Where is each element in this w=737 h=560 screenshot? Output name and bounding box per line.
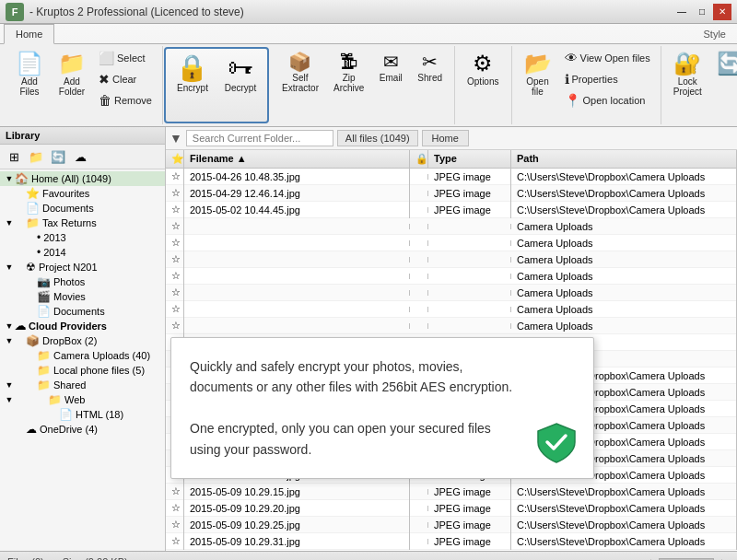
clear-button[interactable]: ✖ Clear: [94, 69, 157, 89]
file-star[interactable]: ☆: [166, 217, 184, 235]
file-star[interactable]: ☆: [166, 284, 184, 301]
table-row[interactable]: ☆ 2015-05-02 10.44.45.jpg JPEG image C:\…: [166, 202, 737, 218]
table-row[interactable]: ☆ 2015-05-09 10.29.31.jpg JPEG image C:\…: [166, 533, 737, 550]
sidebar-btn-refresh[interactable]: 🔄: [48, 147, 68, 166]
file-star[interactable]: ☆: [166, 483, 184, 500]
tree-item-html[interactable]: 📄 HTML (18): [0, 407, 165, 422]
email-button[interactable]: ✉ Email: [372, 48, 409, 88]
tab-home[interactable]: Home: [4, 24, 54, 44]
file-star[interactable]: ☆: [166, 532, 184, 550]
file-star[interactable]: ☆: [166, 251, 184, 268]
table-row[interactable]: ☆ Camera Uploads: [166, 301, 737, 318]
file-toolbar: ▼ All files (1049) Home: [166, 127, 737, 150]
tree-item-onedrive[interactable]: ☁ OneDrive (4): [0, 422, 165, 437]
tree-item-documents2[interactable]: 📄 Documents: [0, 304, 165, 319]
tree-item-web[interactable]: ▼ 📁 Web: [0, 392, 165, 407]
table-row[interactable]: ☆ Camera Uploads: [166, 251, 737, 268]
zip-archive-button[interactable]: 🗜 ZipArchive: [327, 48, 370, 98]
add-folder-button[interactable]: 📁 AddFolder: [52, 48, 92, 101]
tree-item-camera-uploads[interactable]: 📁 Camera Uploads (40): [0, 348, 165, 363]
sync-button[interactable]: 🔄: [710, 48, 737, 81]
tree-item-cloud-providers[interactable]: ▼ ☁ Cloud Providers: [0, 319, 165, 333]
tree-item-photos[interactable]: 📷 Photos: [0, 274, 165, 289]
tree-item-shared[interactable]: ▼ 📁 Shared: [0, 378, 165, 392]
status-arrow-right[interactable]: ►: [719, 556, 730, 561]
home-button-sm[interactable]: Home: [422, 130, 469, 146]
file-name: 2015-05-09 10.29.25.jpg: [184, 517, 410, 533]
table-row[interactable]: ☆ 2015-05-09 10.29.15.jpg JPEG image C:\…: [166, 484, 737, 500]
sidebar-btn-folder[interactable]: 📁: [26, 147, 46, 166]
main-layout: Library ⊞ 📁 🔄 ☁ ▼ 🏠 Home (All) (1049) ⭐ …: [0, 127, 737, 551]
close-button[interactable]: ✕: [713, 4, 731, 20]
shield-icon-wrap: [534, 420, 579, 467]
file-star[interactable]: ☆: [166, 516, 184, 533]
table-row[interactable]: ☆ Camera Uploads: [166, 235, 737, 251]
open-file-button[interactable]: 📂 Openfile: [518, 48, 558, 101]
table-row[interactable]: ☆ Camera Uploads: [166, 218, 737, 235]
view-open-files-button[interactable]: 👁 View Open files: [560, 48, 655, 68]
file-type: JPEG image: [428, 533, 511, 550]
tree-item-2013[interactable]: • 2013: [0, 230, 165, 245]
file-path: C:\Users\Steve\Dropbox\Camera Uploads: [511, 484, 737, 500]
file-star[interactable]: ☆: [166, 317, 184, 334]
col-header-path[interactable]: Path: [511, 150, 737, 168]
col-header-filename[interactable]: Filename ▲: [184, 150, 410, 168]
col-header-type[interactable]: Type: [428, 150, 511, 168]
self-extractor-button[interactable]: 📦 SelfExtractor: [275, 48, 325, 98]
table-row[interactable]: ☆ 2015-05-09 10.29.25.jpg JPEG image C:\…: [166, 517, 737, 533]
sidebar-btn-cloud[interactable]: ☁: [70, 147, 90, 166]
encrypt-button[interactable]: 🔒 Encrypt: [170, 51, 216, 98]
col-header-lock: 🔒: [410, 150, 428, 168]
status-arrow-left[interactable]: ◄: [643, 556, 653, 561]
ribbon-style-button[interactable]: Style: [696, 25, 733, 43]
file-star[interactable]: ☆: [166, 234, 184, 251]
sidebar-btn-grid[interactable]: ⊞: [4, 147, 24, 166]
table-row[interactable]: ☆ Camera Uploads: [166, 268, 737, 285]
encrypt-decrypt-buttons: 🔒 Encrypt 🗝 Decrypt: [170, 51, 263, 120]
files-count: Files (0): [7, 556, 44, 561]
search-input[interactable]: [186, 130, 333, 146]
file-star[interactable]: ☆: [166, 267, 184, 285]
tree-item-project-n201[interactable]: ▼ ☢ Project N201: [0, 260, 165, 274]
tree-item-home[interactable]: ▼ 🏠 Home (All) (1049): [0, 171, 165, 186]
decrypt-button[interactable]: 🗝 Decrypt: [217, 51, 263, 98]
open-file-icon: 📂: [524, 52, 552, 75]
ribbon: Home Style 📄 AddFiles 📁 AddFolder ⬜ Sele…: [0, 24, 737, 127]
file-path: Camera Uploads: [511, 285, 737, 301]
add-files-button[interactable]: 📄 AddFiles: [9, 48, 50, 101]
remove-button[interactable]: 🗑 Remove: [94, 90, 157, 111]
table-row[interactable]: ☆ Camera Uploads: [166, 285, 737, 301]
properties-button[interactable]: ℹ Properties: [560, 69, 655, 89]
table-row[interactable]: ☆ 2015-05-09 10.29.20.jpg JPEG image C:\…: [166, 500, 737, 517]
table-row[interactable]: ☆ Camera Uploads: [166, 318, 737, 334]
shred-button[interactable]: ✂ Shred: [411, 48, 449, 88]
file-star[interactable]: ☆: [166, 169, 184, 185]
tree-item-tax-returns[interactable]: ▼ 📁 Tax Returns: [0, 216, 165, 230]
maximize-button[interactable]: □: [693, 4, 711, 20]
file-name: 2015-05-09 10.29.15.jpg: [184, 484, 410, 500]
file-lock: [410, 274, 428, 279]
table-row[interactable]: ☆ 2015-04-26 10.48.35.jpg JPEG image C:\…: [166, 169, 737, 185]
tree-item-favourites[interactable]: ⭐ Favourites: [0, 186, 165, 201]
tree-item-2014[interactable]: • 2014: [0, 245, 165, 260]
select-button[interactable]: ⬜ Select: [94, 48, 157, 68]
title-bar: F - Kruptos 2 Professional (Licenced to …: [0, 0, 737, 24]
lock-project-button[interactable]: 🔐 LockProject: [667, 48, 708, 101]
open-location-button[interactable]: 📍 Open location: [560, 90, 655, 111]
file-star[interactable]: ☆: [166, 300, 184, 318]
file-star[interactable]: ☆: [166, 201, 184, 218]
file-name: 2015-05-02 10.44.45.jpg: [184, 202, 410, 218]
file-star[interactable]: ☆: [166, 499, 184, 517]
tree-item-documents[interactable]: 📄 Documents: [0, 201, 165, 216]
options-button[interactable]: ⚙ Options: [461, 48, 505, 91]
minimize-button[interactable]: —: [673, 4, 691, 20]
file-path: C:\Users\Steve\Dropbox\Camera Uploads: [511, 169, 737, 185]
tree-item-movies[interactable]: 🎬 Movies: [0, 289, 165, 304]
ribbon-group-options: ⚙ Options: [455, 46, 511, 124]
table-row[interactable]: ☆ 2015-04-29 12.46.14.jpg JPEG image C:\…: [166, 185, 737, 202]
tree-item-dropbox[interactable]: ▼ 📦 DropBox (2): [0, 333, 165, 348]
file-star[interactable]: ☆: [166, 184, 184, 202]
self-extractor-icon: 📦: [288, 52, 311, 71]
file-name: [184, 240, 410, 246]
tree-item-local-phone-files[interactable]: 📁 Local phone files (5): [0, 363, 165, 378]
